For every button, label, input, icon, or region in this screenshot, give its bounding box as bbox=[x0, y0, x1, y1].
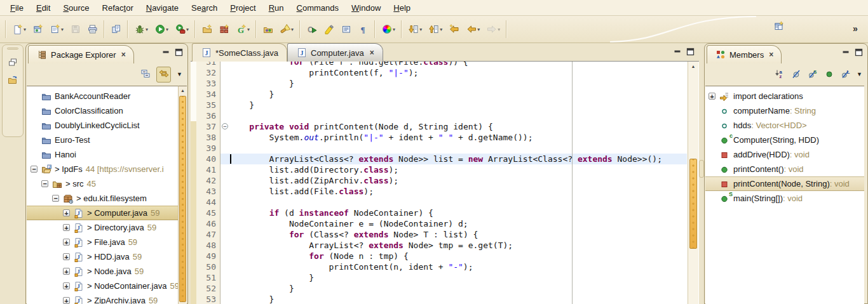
close-icon[interactable]: × bbox=[370, 48, 374, 57]
collapse-icon[interactable]: − bbox=[41, 180, 48, 187]
editor-content[interactable]: for (File f : hdd.get(File.class)) { pri… bbox=[191, 62, 699, 304]
tree-item[interactable]: Hanoi bbox=[27, 147, 180, 162]
new-class-button[interactable] bbox=[31, 22, 44, 36]
scroll-up-icon[interactable]: ▲ bbox=[179, 86, 187, 95]
prev-annotation-button[interactable]: ▾ bbox=[427, 22, 444, 36]
open-type-button[interactable] bbox=[261, 22, 275, 36]
member-item[interactable]: +import declarations bbox=[705, 89, 864, 103]
sash-handle[interactable] bbox=[699, 160, 704, 178]
search-button[interactable]: ▾ bbox=[278, 22, 295, 36]
expand-icon[interactable]: + bbox=[63, 268, 70, 275]
tree-item[interactable]: ColorClassification bbox=[27, 103, 180, 118]
member-item[interactable]: computerName : String bbox=[705, 103, 864, 118]
hide-local-types-button[interactable]: L bbox=[840, 69, 851, 81]
menu-help[interactable]: Help bbox=[387, 1, 417, 15]
collapse-icon[interactable]: − bbox=[52, 195, 59, 202]
code-line[interactable]: } bbox=[229, 100, 254, 110]
hide-static-button[interactable]: S bbox=[807, 69, 818, 81]
tree-item[interactable]: +J> Node.java59 bbox=[27, 264, 180, 279]
scrollbar-thumb[interactable] bbox=[689, 159, 697, 249]
menu-edit[interactable]: Edit bbox=[30, 1, 57, 15]
tree-item[interactable]: DoublyLinkedCyclicList bbox=[27, 118, 180, 133]
members-list[interactable]: +import declarationscomputerName : Strin… bbox=[705, 86, 864, 304]
tree-item[interactable]: +J> HDD.java59 bbox=[27, 249, 180, 264]
next-annotation-button[interactable]: ▾ bbox=[407, 22, 423, 36]
checkout-button[interactable] bbox=[200, 22, 214, 36]
tree-item[interactable]: −J> IpdFs44 [https://svnserver.i bbox=[27, 162, 180, 176]
package-explorer-tree[interactable]: BankAccountReaderColorClassificationDoub… bbox=[27, 86, 180, 304]
menu-run[interactable]: Run bbox=[262, 1, 290, 15]
show-public-button[interactable] bbox=[824, 69, 834, 81]
code-line[interactable]: list.add(Directory.class); bbox=[229, 164, 398, 175]
expand-icon[interactable]: + bbox=[63, 282, 70, 289]
new-wizard-button[interactable]: ▾ bbox=[11, 22, 27, 36]
menu-source[interactable]: Source bbox=[57, 1, 95, 15]
new-repository-button[interactable] bbox=[217, 22, 231, 36]
minimize-icon[interactable] bbox=[162, 48, 170, 58]
back-button[interactable]: ▾ bbox=[465, 22, 481, 36]
editor-scrollbar[interactable]: ▲ bbox=[688, 62, 698, 304]
collapse-all-button[interactable] bbox=[140, 69, 151, 81]
code-line[interactable]: for (Class<? extends Node> T : list) { bbox=[229, 229, 478, 240]
code-line[interactable]: for (Node n : tmp) { bbox=[229, 251, 409, 261]
code-line[interactable]: } bbox=[229, 272, 314, 283]
code-line[interactable]: NodeContainer e = (NodeContainer) d; bbox=[229, 218, 468, 229]
expand-icon[interactable]: + bbox=[63, 209, 70, 216]
code-line[interactable]: } bbox=[229, 283, 294, 294]
hide-fields-button[interactable] bbox=[790, 69, 801, 81]
code-line[interactable]: printContent(f, "|-"); bbox=[229, 67, 418, 78]
member-item[interactable]: Smain(String[]) : void bbox=[705, 191, 864, 206]
code-line[interactable]: list.add(ZipArchiv.class); bbox=[229, 175, 398, 186]
code-line[interactable]: ArrayList<Class<? extends Node>> list = … bbox=[229, 154, 662, 164]
maximize-icon[interactable] bbox=[855, 48, 863, 58]
expand-icon[interactable]: + bbox=[709, 93, 715, 100]
restore-views-button[interactable] bbox=[3, 57, 23, 67]
code-line[interactable]: } bbox=[229, 78, 294, 89]
collapse-icon[interactable]: − bbox=[31, 166, 37, 173]
scrollbar-thumb[interactable] bbox=[179, 96, 186, 302]
forward-button[interactable]: ▾ bbox=[485, 22, 501, 36]
member-item[interactable]: printContent() : void bbox=[705, 162, 864, 176]
menu-window[interactable]: Window bbox=[345, 1, 387, 15]
tree-item[interactable]: BankAccountReader bbox=[27, 89, 180, 103]
maximize-icon[interactable] bbox=[686, 48, 695, 58]
debug-button[interactable]: ▾ bbox=[133, 22, 149, 36]
member-item[interactable]: hdds : Vector<HDD> bbox=[705, 118, 864, 133]
member-item[interactable]: printContent(Node, String) : void bbox=[705, 176, 864, 191]
maximize-icon[interactable] bbox=[175, 48, 183, 58]
show-whitespace-button[interactable]: ¶ bbox=[356, 22, 370, 36]
menu-commands[interactable]: Commands bbox=[290, 1, 345, 15]
package-explorer-scrollbar[interactable]: ▲ bbox=[178, 86, 187, 304]
code-line[interactable]: for (File f : hdd.get(File.class)) { bbox=[229, 62, 468, 67]
tree-item[interactable]: +J> File.java59 bbox=[27, 235, 180, 249]
sort-button[interactable]: az bbox=[774, 69, 785, 81]
tree-item[interactable]: Euro-Test bbox=[27, 133, 180, 147]
mark-occurrences-button[interactable] bbox=[322, 22, 336, 36]
external-tools-button[interactable]: ▾ bbox=[173, 22, 190, 36]
code-line[interactable]: list.add(File.class); bbox=[229, 186, 374, 197]
members-tab[interactable]: Members × bbox=[707, 45, 782, 63]
code-line[interactable]: private void printContent(Node d, String… bbox=[229, 121, 493, 132]
member-item[interactable]: addDrive(HDD) : void bbox=[705, 147, 864, 162]
block-selection-button[interactable] bbox=[339, 22, 353, 36]
last-edit-location-button[interactable] bbox=[447, 22, 461, 36]
google-services-button[interactable]: G▾ bbox=[234, 22, 251, 36]
view-menu-icon[interactable]: ▼ bbox=[177, 71, 182, 77]
folding-column[interactable] bbox=[221, 62, 229, 304]
expand-icon[interactable]: + bbox=[63, 297, 70, 304]
menu-navigate[interactable]: Navigate bbox=[140, 1, 185, 15]
save-button[interactable] bbox=[69, 22, 82, 36]
link-with-editor-button[interactable] bbox=[156, 67, 171, 83]
fast-view-grip[interactable] bbox=[7, 48, 18, 50]
run-button[interactable]: ▾ bbox=[153, 22, 170, 36]
package-explorer-tab[interactable]: Package Explorer × bbox=[28, 45, 134, 63]
tree-item[interactable]: +J> NodeContainer.java59 bbox=[27, 279, 180, 293]
open-folder-button[interactable] bbox=[3, 75, 23, 85]
save-all-button[interactable] bbox=[109, 22, 123, 36]
new-file-button[interactable]: ▾ bbox=[48, 22, 65, 36]
tree-item[interactable]: −> edu.kit.filesystem bbox=[27, 191, 180, 206]
expand-icon[interactable]: + bbox=[63, 224, 70, 231]
print-button[interactable] bbox=[86, 22, 99, 36]
menu-project[interactable]: Project bbox=[224, 1, 262, 15]
tree-item[interactable]: +J> Directory.java59 bbox=[27, 220, 180, 235]
